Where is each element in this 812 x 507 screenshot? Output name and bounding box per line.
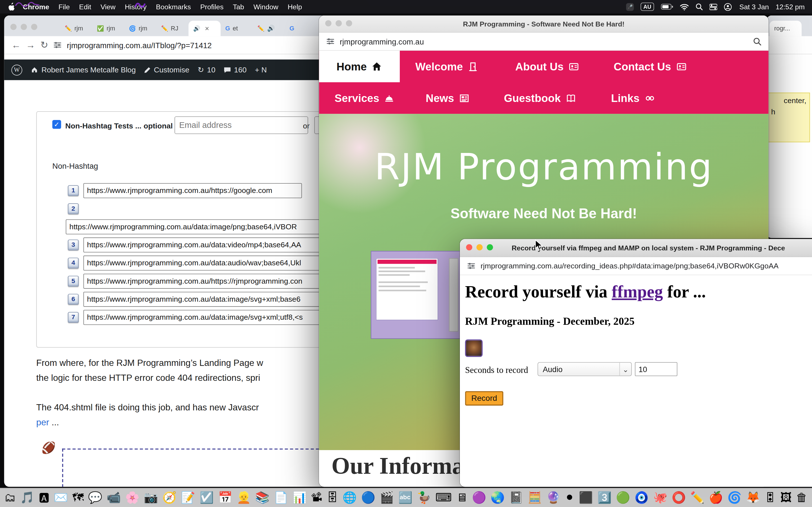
dock-app-icon[interactable]: ⚫ xyxy=(565,492,574,503)
dock-app-icon[interactable]: 🔵 xyxy=(361,492,375,503)
site-settings-icon[interactable] xyxy=(53,41,61,49)
menu-bar-date[interactable]: Sat 3 Jan xyxy=(739,3,769,11)
record-type-select[interactable]: Audio ⌄ xyxy=(538,362,632,376)
menu-app-name[interactable]: Chrome xyxy=(23,3,49,11)
dock-app-icon[interactable]: 🦆 xyxy=(417,492,431,503)
dock-app-icon[interactable]: 🍎 xyxy=(709,492,723,503)
url-test-input[interactable] xyxy=(66,219,336,234)
blog-link[interactable]: per xyxy=(36,417,49,427)
url-test-input[interactable] xyxy=(84,183,302,198)
browser-tab[interactable]: ✅rjm xyxy=(92,20,124,36)
nav-item-home[interactable]: Home xyxy=(319,51,400,82)
user-account-icon[interactable] xyxy=(724,3,732,11)
nav-item-guestbook[interactable]: Guestbook xyxy=(504,82,576,114)
dock-app-icon[interactable]: 🧮 xyxy=(528,492,542,503)
close-window-icon[interactable] xyxy=(10,24,17,30)
row-number-key[interactable]: 6 xyxy=(68,293,79,304)
dock-app-icon[interactable]: ✉️ xyxy=(54,492,68,503)
app-status-icon[interactable]: 🎤 xyxy=(626,3,635,11)
dock-app-icon[interactable]: 🧿 xyxy=(635,492,649,503)
dock-app-icon[interactable]: 🌸 xyxy=(125,492,139,503)
wp-customise-button[interactable]: Customise xyxy=(144,66,190,74)
dock-app-icon[interactable]: 📚 xyxy=(255,492,269,503)
back-icon[interactable]: ← xyxy=(11,40,20,50)
avatar-thumbnail[interactable] xyxy=(465,339,483,357)
menu-item-profiles[interactable]: Profiles xyxy=(200,3,223,11)
dock-app-icon[interactable]: 🧭 xyxy=(162,492,176,503)
browser-tab[interactable]: Get xyxy=(220,20,253,36)
minimize-window-icon[interactable] xyxy=(20,24,27,30)
dock-app-icon[interactable]: ✏️ xyxy=(690,492,704,503)
ffmpeg-link[interactable]: ffmpeg xyxy=(612,283,663,301)
dock-app-icon[interactable]: 3️⃣ xyxy=(598,492,612,503)
nav-item-about-us[interactable]: About Us xyxy=(515,51,580,82)
wifi-icon[interactable] xyxy=(680,3,689,10)
control-center-icon[interactable] xyxy=(709,3,717,10)
row-number-key[interactable]: 3 xyxy=(68,239,79,250)
dock-app-icon[interactable]: 🌐 xyxy=(343,492,357,503)
battery-icon[interactable] xyxy=(661,4,673,10)
url-test-input[interactable] xyxy=(84,274,336,288)
zoom-window-icon[interactable] xyxy=(31,24,37,30)
dock-app-icon[interactable]: 🖥 xyxy=(456,492,467,503)
dock-app-icon[interactable]: 🗂 xyxy=(4,492,15,503)
dock-app-icon[interactable]: 🗺 xyxy=(72,492,84,503)
dock-app-icon[interactable]: 💬 xyxy=(88,492,102,503)
url-text[interactable]: rjmprogramming.com.au xyxy=(340,37,424,46)
nav-item-news[interactable]: News xyxy=(426,82,470,114)
menu-item-bookmarks[interactable]: Bookmarks xyxy=(156,3,191,11)
browser-tab[interactable]: ✏️RJ xyxy=(156,20,189,36)
browser-tab-active[interactable]: 🔊× xyxy=(189,20,221,36)
menu-bar-clock[interactable]: 12:52 pm xyxy=(776,3,805,11)
input-source-badge[interactable]: AU xyxy=(641,3,654,11)
nav-item-contact-us[interactable]: Contact Us xyxy=(614,51,688,82)
dock-app-icon[interactable]: 🔤 xyxy=(398,492,412,503)
dock-app-icon[interactable]: 📝 xyxy=(181,492,195,503)
browser-tab[interactable]: ✏️🔊 xyxy=(253,20,285,36)
forward-icon[interactable]: → xyxy=(26,40,35,50)
nav-item-links[interactable]: Links xyxy=(611,82,656,114)
site-settings-icon[interactable] xyxy=(467,262,475,270)
dock-app-icon[interactable]: 📽 xyxy=(311,492,322,503)
dock-app-icon[interactable]: 🎛 xyxy=(765,492,776,503)
dock-app-icon[interactable]: 👱 xyxy=(237,492,251,503)
dock-app-icon[interactable]: 🗄 xyxy=(327,492,338,503)
menu-item-edit[interactable]: Edit xyxy=(79,3,91,11)
menu-item-file[interactable]: File xyxy=(59,3,70,11)
dock-app-icon[interactable]: 🖼 xyxy=(780,492,792,503)
window-controls[interactable] xyxy=(466,243,497,252)
wp-new-button[interactable]: + N xyxy=(255,66,267,74)
nav-item-welcome[interactable]: Welcome xyxy=(415,51,478,82)
search-page-icon[interactable] xyxy=(753,37,761,45)
dock-app-icon[interactable]: 📷 xyxy=(144,492,158,503)
dock-app-icon[interactable]: 🐙 xyxy=(653,492,667,503)
dock-app-icon[interactable]: 🔮 xyxy=(546,492,560,503)
dock-app-icon[interactable]: 📊 xyxy=(292,492,306,503)
apple-menu-icon[interactable] xyxy=(7,3,15,11)
browser-tab[interactable]: ✏️rjm xyxy=(60,20,92,36)
site-settings-icon[interactable] xyxy=(326,38,335,45)
browser-tab[interactable]: 🌀rjm xyxy=(124,20,156,36)
menu-item-view[interactable]: View xyxy=(100,3,115,11)
wp-comments-button[interactable]: 160 xyxy=(223,66,246,74)
dock-app-icon[interactable]: ⬛ xyxy=(579,492,593,503)
url-text[interactable]: rjmprogramming.com.au/ITblog/?p=71412 xyxy=(67,41,212,49)
row-number-key[interactable]: 7 xyxy=(68,312,79,323)
row-number-key[interactable]: 2 xyxy=(68,203,79,214)
dock-app-icon[interactable]: 🟢 xyxy=(616,492,630,503)
wp-updates-button[interactable]: ↻ 10 xyxy=(198,66,215,74)
dock-app-icon[interactable]: 📹 xyxy=(107,492,121,503)
hero-thumbnail-image[interactable] xyxy=(371,251,462,339)
non-hashtag-checkbox[interactable]: ✓ xyxy=(52,120,61,129)
menu-item-window[interactable]: Window xyxy=(253,3,278,11)
dock-app-icon[interactable]: 🗑 xyxy=(796,492,807,503)
row-number-key[interactable]: 5 xyxy=(68,276,79,286)
url-text[interactable]: rjmprogramming.com.au/recording_ideas.ph… xyxy=(480,262,778,270)
close-window-icon[interactable] xyxy=(466,244,472,250)
browser-tab[interactable]: rogr... xyxy=(769,20,802,36)
dock-app-icon[interactable]: 🌏 xyxy=(491,492,505,503)
email-field[interactable] xyxy=(174,116,308,134)
reload-icon[interactable]: ↻ xyxy=(40,40,48,50)
wordpress-logo-icon[interactable]: W xyxy=(11,64,22,75)
dock-app-icon[interactable]: 🎬 xyxy=(380,492,394,503)
